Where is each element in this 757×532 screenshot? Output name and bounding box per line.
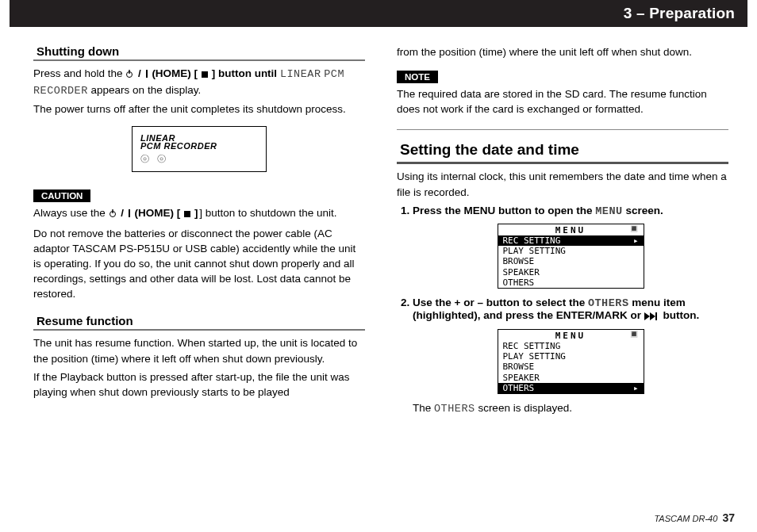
- footer-model: TASCAM DR-40: [654, 514, 717, 523]
- svg-rect-3: [202, 71, 208, 78]
- resume-p1: The unit has resume function. When start…: [33, 335, 365, 366]
- two-column-layout: Shutting down Press and hold the / (HOME…: [33, 27, 735, 532]
- section-resume-title: Resume function: [33, 312, 365, 331]
- chapter-title: 3 – Preparation: [624, 5, 735, 22]
- chapter-header: 3 – Preparation: [10, 0, 747, 27]
- datetime-intro: Using its internal clock, this unit reme…: [397, 169, 728, 199]
- menu-row-browse: BROWSE: [498, 256, 644, 266]
- left-column: Shutting down Press and hold the / (HOME…: [33, 41, 365, 532]
- stop-square-icon: [183, 207, 191, 222]
- lcd-screenshot-linear-pcm: LINEAR PCM RECORDER ⦾ ⦾: [132, 126, 267, 172]
- note-p: The required data are stored in the SD c…: [397, 86, 728, 117]
- section-shutting-down-title: Shutting down: [33, 43, 365, 61]
- lcd-text-linear: LINEAR: [280, 68, 321, 80]
- section-datetime-title: Setting the date and time: [397, 140, 728, 164]
- slash-icon: /: [121, 207, 127, 219]
- footer-page-number: 37: [722, 511, 735, 524]
- stop-square-icon: [201, 67, 209, 82]
- bar-icon: [144, 67, 149, 82]
- svg-rect-2: [146, 70, 148, 78]
- divider: [397, 129, 728, 130]
- menu-row-speaker: SPEAKER: [498, 267, 644, 277]
- menu-row-play: PLAY SETTING: [498, 246, 644, 256]
- step-1: Press the MENU button to open the MENU s…: [413, 205, 728, 289]
- lcd-reel-icons: ⦾ ⦾: [140, 152, 258, 166]
- svg-rect-5: [112, 209, 113, 213]
- page-footer: TASCAM DR-40 37: [654, 511, 735, 524]
- right-column: from the position (time) where the unit …: [397, 41, 728, 532]
- slash-icon: /: [138, 67, 144, 79]
- caution-p2: Do not remove the batteries or disconnec…: [33, 226, 365, 302]
- bar-icon: [127, 207, 132, 222]
- caution-label: CAUTION: [33, 189, 90, 202]
- menu-screenshot-1: MENU REC SETTING PLAY SETTING BROWSE SPE…: [498, 224, 644, 289]
- note-label: NOTE: [397, 71, 438, 83]
- svg-marker-8: [644, 312, 650, 320]
- power-icon: [125, 67, 135, 82]
- power-icon: [109, 207, 118, 222]
- svg-rect-7: [184, 211, 190, 217]
- datetime-steps: Press the MENU button to open the MENU s…: [397, 205, 728, 415]
- caution-p1: Always use the / (HOME) [ ] ] button to …: [33, 205, 365, 222]
- resume-p2: If the Playback button is pressed after …: [33, 369, 365, 400]
- svg-marker-9: [650, 312, 655, 320]
- shutting-down-p2: The power turns off after the unit compl…: [33, 101, 365, 117]
- step-2: Use the + or – button to select the OTHE…: [413, 297, 728, 415]
- ffwd-icon: [644, 311, 660, 323]
- svg-rect-6: [129, 209, 130, 217]
- resume-continued: from the position (time) where the unit …: [397, 44, 728, 59]
- menu-screenshot-2: MENU REC SETTING PLAY SETTING BROWSE SPE…: [498, 329, 644, 394]
- svg-rect-10: [655, 312, 657, 320]
- menu-row-rec: REC SETTING: [498, 235, 644, 246]
- manual-page: 3 – Preparation Shutting down Press and …: [0, 0, 757, 532]
- shutting-down-p1: Press and hold the / (HOME) [ ] button u…: [33, 66, 365, 98]
- menu-row-others: OTHERS: [498, 277, 644, 288]
- svg-rect-1: [129, 70, 130, 74]
